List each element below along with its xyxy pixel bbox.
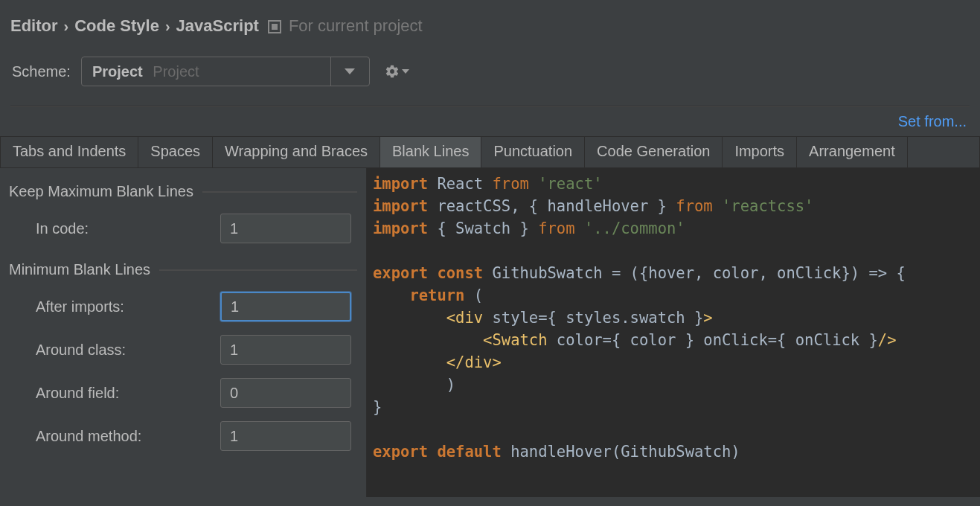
section-min: Minimum Blank Lines	[9, 261, 357, 278]
chevron-down-icon	[345, 68, 355, 74]
keep-field-input[interactable]	[220, 214, 351, 243]
rule	[159, 269, 357, 271]
tab-punctuation[interactable]: Punctuation	[481, 136, 585, 167]
min-field-label: After imports:	[36, 298, 220, 316]
min-field-row: Around field:	[36, 378, 357, 408]
scheme-select[interactable]: Project Project	[81, 57, 370, 86]
keep-field-row: In code:	[36, 214, 357, 243]
breadcrumb-sep: ›	[63, 18, 71, 35]
min-field-input[interactable]	[220, 292, 351, 321]
crumb-editor[interactable]: Editor	[10, 16, 58, 36]
section-title: Minimum Blank Lines	[9, 261, 150, 278]
min-field-label: Around field:	[36, 385, 220, 402]
breadcrumb: Editor › Code Style › JavaScript For cur…	[10, 16, 970, 36]
scope-text: For current project	[289, 16, 423, 36]
gear-icon	[385, 64, 400, 79]
crumb-javascript[interactable]: JavaScript	[176, 16, 259, 36]
rule	[202, 191, 357, 193]
scheme-dropdown-arrow[interactable]	[330, 57, 369, 86]
min-field-input[interactable]	[220, 335, 351, 365]
tab-arrangement[interactable]: Arrangement	[797, 136, 908, 167]
scheme-value: Project	[92, 63, 143, 80]
tab-spaces[interactable]: Spaces	[138, 136, 213, 167]
min-field-row: Around class:	[36, 335, 357, 365]
min-field-label: Around method:	[36, 428, 220, 445]
code-preview: import React from 'react' import reactCS…	[366, 168, 980, 497]
keep-field-label: In code:	[36, 220, 220, 237]
tab-blank-lines[interactable]: Blank Lines	[380, 136, 481, 167]
min-field-row: After imports:	[36, 292, 357, 321]
section-keep-max: Keep Maximum Blank Lines	[9, 183, 357, 200]
section-title: Keep Maximum Blank Lines	[9, 183, 193, 200]
min-field-input[interactable]	[220, 378, 351, 408]
min-field-label: Around class:	[36, 342, 220, 359]
breadcrumb-sep: ›	[164, 18, 172, 35]
blank-lines-panel: Keep Maximum Blank Lines In code: Minimu…	[0, 168, 366, 497]
scheme-hint: Project	[153, 63, 199, 80]
tab-code-generation[interactable]: Code Generation	[585, 136, 723, 167]
tabs: Tabs and IndentsSpacesWrapping and Brace…	[0, 136, 980, 168]
project-scope-icon	[268, 20, 281, 33]
divider	[10, 106, 970, 107]
set-from-link[interactable]: Set from...	[898, 113, 967, 130]
chevron-down-icon	[402, 69, 409, 74]
scheme-label: Scheme:	[12, 63, 71, 80]
scheme-actions-button[interactable]	[385, 64, 409, 79]
crumb-codestyle[interactable]: Code Style	[74, 16, 159, 36]
min-field-row: Around method:	[36, 421, 357, 451]
min-field-input[interactable]	[220, 421, 351, 451]
tab-wrapping-and-braces[interactable]: Wrapping and Braces	[213, 136, 380, 167]
tab-tabs-and-indents[interactable]: Tabs and Indents	[0, 136, 138, 167]
tab-imports[interactable]: Imports	[723, 136, 797, 167]
